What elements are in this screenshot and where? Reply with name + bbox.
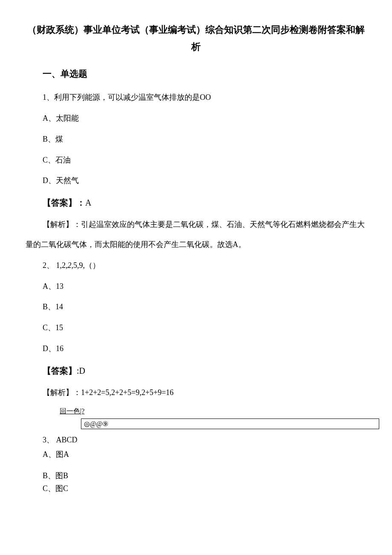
q2-answer-value: :D — [77, 366, 85, 375]
q2-stem-prefix: 2、 1,2, — [43, 261, 68, 270]
q3-option-a: A、图A — [43, 446, 366, 463]
q2-option-c: C、15 — [43, 318, 366, 338]
q3-figure-caption: 回一色|? — [60, 407, 366, 416]
q1-stem: 1、利用下列能源，可以减少温室气体排放的是OO — [43, 87, 366, 108]
q1-answer-label: 【答案】： — [43, 198, 85, 207]
q2-option-b: B、14 — [43, 297, 366, 317]
section-heading-single-choice: 一、单选题 — [43, 68, 366, 80]
q1-answer-value: A — [85, 198, 91, 207]
q1-explanation-text: 【解析】：引起温室效应的气体主要是二氧化碳，煤、石油、天然气等化石燃料燃烧都会产… — [26, 220, 365, 249]
q3-figure-row: 回一色|? ◎@@⑨ — [60, 407, 366, 429]
q3-stem: 3、 ABCD — [43, 433, 366, 447]
q2-option-a: A、13 — [43, 276, 366, 296]
q2-stem-italic: 2, — [68, 261, 74, 270]
q2-stem: 2、 1,2,2,5,9,（） — [43, 256, 366, 276]
q3-figure-box: ◎@@⑨ — [81, 418, 379, 429]
q2-option-d: D、16 — [43, 339, 366, 359]
document-title: （财政系统）事业单位考试（事业编考试）综合知识第二次同步检测卷附答案和解析 — [26, 21, 366, 55]
q2-answer: 【答案】:D — [43, 360, 366, 382]
q1-option-c: C、石油 — [43, 150, 366, 170]
q2-answer-label: 【答案】 — [43, 366, 77, 375]
q1-answer: 【答案】：A — [43, 192, 366, 214]
q1-option-a: A、太阳能 — [43, 108, 366, 128]
q3-option-b: B、图B — [43, 469, 366, 482]
q2-explanation: 【解析】：1+2+2=5,2+2+5=9,2+5+9=16 — [43, 383, 366, 403]
q1-explanation: 【解析】：引起温室效应的气体主要是二氧化碳，煤、石油、天然气等化石燃料燃烧都会产… — [26, 215, 366, 255]
q2-stem-suffix: 5,9,（） — [73, 261, 100, 270]
q1-option-d: D、天然气 — [43, 171, 366, 191]
q1-option-b: B、煤 — [43, 129, 366, 149]
q3-option-c: C、图C — [43, 482, 366, 495]
